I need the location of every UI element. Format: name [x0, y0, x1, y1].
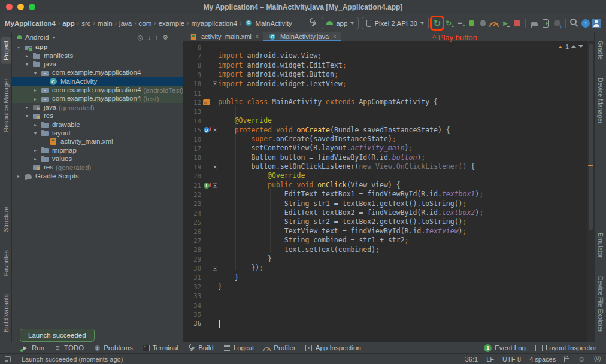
- toolwindow-build[interactable]: Build: [183, 344, 219, 351]
- tree-item-mainactivity[interactable]: MainActivity: [12, 77, 183, 86]
- tree-item-res[interactable]: ▾res: [12, 112, 183, 120]
- apply-changes-button[interactable]: [443, 17, 454, 29]
- toolwindow-switcher-icon[interactable]: [5, 356, 11, 362]
- tree-chevron-icon[interactable]: ▸: [24, 105, 30, 110]
- layout-marker-icon[interactable]: [203, 99, 210, 105]
- locate-file-button[interactable]: ◎: [138, 34, 144, 41]
- toolwindow-todo[interactable]: TODO: [49, 344, 89, 351]
- wrench-icon[interactable]: [308, 17, 319, 29]
- launch-succeeded-notification[interactable]: Launch succeeded: [20, 329, 95, 342]
- tree-item-manifests[interactable]: ▸manifests: [12, 51, 183, 60]
- tool-stripe-tab-favorites[interactable]: Favorites: [1, 247, 11, 280]
- tree-chevron-icon[interactable]: ▾: [24, 62, 30, 67]
- tool-stripe-tab-gradle[interactable]: Gradle: [596, 37, 605, 63]
- tree-item-layout[interactable]: ▾layout: [12, 129, 183, 137]
- run-config-selector[interactable]: app: [322, 17, 359, 29]
- toolwindow-run[interactable]: Run: [17, 344, 49, 351]
- tree-item-java[interactable]: ▸java (generated): [12, 103, 183, 111]
- inspection-widget[interactable]: ▲ 1: [557, 43, 583, 50]
- minimize-window-button[interactable]: [17, 4, 24, 10]
- tool-stripe-tab-project[interactable]: Project: [1, 37, 11, 64]
- breadcrumb-item[interactable]: MainActivity: [244, 19, 292, 27]
- collapse-all-button[interactable]: ↑: [155, 34, 159, 41]
- toolwindow-logcat[interactable]: Logcat: [219, 344, 259, 351]
- breadcrumb-item[interactable]: com: [139, 20, 152, 27]
- toolwindow-app-inspection[interactable]: App Inspection: [301, 344, 366, 351]
- tree-item-com-example-myapplication4[interactable]: ▸com.example.myapplication4 (test): [12, 95, 183, 103]
- tree-chevron-icon[interactable]: ▸: [32, 87, 38, 93]
- file-encoding[interactable]: UTF-8: [502, 356, 521, 363]
- gradle-sync-button[interactable]: [529, 17, 540, 29]
- breadcrumb-item[interactable]: myapplication4: [191, 20, 237, 27]
- toolwindow-layout-inspector[interactable]: Layout Inspector: [531, 344, 601, 351]
- tree-item-com-example-myapplication4[interactable]: ▸com.example.myapplication4 (androidTest…: [12, 86, 183, 95]
- feedback-happy-icon[interactable]: ☺: [578, 356, 585, 363]
- editor-scrollbar[interactable]: [587, 41, 594, 342]
- close-tab-icon[interactable]: ×: [256, 34, 259, 40]
- line-separator[interactable]: LF: [486, 356, 494, 363]
- toolwindow-problems[interactable]: Problems: [89, 344, 138, 351]
- breadcrumb-item[interactable]: src: [81, 20, 90, 27]
- debug-button[interactable]: [466, 17, 477, 29]
- profile-avatar-button[interactable]: [592, 19, 601, 28]
- fold-marker-icon[interactable]: [213, 165, 217, 169]
- expand-all-button[interactable]: ↓: [147, 34, 151, 41]
- stop-button[interactable]: [511, 17, 522, 29]
- warning-stripe-mark[interactable]: [588, 165, 593, 166]
- toolwindow-profiler[interactable]: Profiler: [259, 344, 300, 351]
- device-selector[interactable]: Pixel 2 API 30: [362, 17, 429, 29]
- tool-stripe-tab-structure[interactable]: Structure: [1, 203, 11, 236]
- attach-profiler-button[interactable]: [477, 17, 488, 29]
- tree-item-mipmap[interactable]: ▸mipmap: [12, 146, 183, 154]
- breadcrumb-item[interactable]: app: [62, 20, 74, 27]
- fold-marker-icon[interactable]: [213, 183, 217, 188]
- fold-marker-icon[interactable]: [213, 81, 217, 86]
- tool-stripe-tab-device-file-explorer[interactable]: Device File Explorer: [596, 272, 605, 336]
- fold-marker-icon[interactable]: [213, 128, 217, 132]
- tree-chevron-icon[interactable]: ▾: [24, 113, 30, 119]
- tree-chevron-icon[interactable]: ▸: [24, 53, 30, 59]
- tree-item-activity-main-xml[interactable]: activity_main.xml: [12, 138, 183, 146]
- tree-chevron-icon[interactable]: ▾: [16, 45, 22, 50]
- prev-warning-icon[interactable]: [571, 43, 576, 48]
- apply-code-changes-button[interactable]: [454, 17, 465, 29]
- settings-gear-icon[interactable]: ⚙: [162, 34, 168, 41]
- sdk-manager-button[interactable]: [552, 17, 562, 29]
- search-everywhere-button[interactable]: [569, 17, 580, 29]
- tree-item-com-example-myapplication4[interactable]: ▾com.example.myapplication4: [12, 69, 183, 77]
- tree-chevron-icon[interactable]: ▾: [32, 71, 38, 76]
- fold-marker-icon[interactable]: [213, 266, 217, 271]
- tree-item-values[interactable]: ▸values: [12, 154, 183, 163]
- caret-position[interactable]: 36:1: [465, 356, 478, 363]
- tree-chevron-icon[interactable]: ▸: [32, 96, 38, 102]
- breadcrumb-item[interactable]: java: [119, 20, 132, 27]
- tool-stripe-tab-resource-manager[interactable]: Resource Manager: [1, 75, 11, 135]
- tree-chevron-icon[interactable]: ▸: [16, 174, 22, 179]
- tree-item-gradle-scripts[interactable]: ▸Gradle Scripts: [12, 172, 183, 180]
- tool-stripe-tab-build-variants[interactable]: Build Variants: [1, 290, 11, 336]
- breadcrumb-item[interactable]: MyApplication4: [5, 20, 56, 27]
- hide-panel-button[interactable]: —: [172, 34, 179, 41]
- editor-body[interactable]: 6789101112131415O161718192021I2223242526…: [183, 41, 594, 342]
- tree-chevron-icon[interactable]: ▾: [32, 131, 38, 136]
- tree-chevron-icon[interactable]: ▸: [32, 122, 38, 128]
- toolwindow-terminal[interactable]: Terminal: [138, 344, 183, 351]
- profile-attach-button[interactable]: [500, 17, 511, 29]
- profiler-button[interactable]: [489, 17, 499, 29]
- override-marker-icon[interactable]: O: [204, 127, 210, 133]
- device-manager-button[interactable]: [540, 17, 551, 29]
- breadcrumb-item[interactable]: example: [159, 20, 184, 27]
- tree-item-app[interactable]: ▾app: [12, 43, 183, 51]
- close-tab-icon[interactable]: ×: [333, 34, 336, 40]
- code-view[interactable]: import android.view.View;import android.…: [218, 41, 594, 342]
- toolwindow-event-log[interactable]: 1Event Log: [479, 344, 531, 352]
- tree-item-java[interactable]: ▾java: [12, 60, 183, 69]
- feedback-sad-icon[interactable]: ☹: [593, 356, 601, 363]
- tool-stripe-tab-emulator[interactable]: Emulator: [596, 229, 605, 262]
- next-warning-icon[interactable]: [578, 45, 583, 50]
- indent-setting[interactable]: 4 spaces: [529, 356, 556, 363]
- lock-icon[interactable]: [564, 358, 569, 362]
- upgrade-assistant-button[interactable]: [580, 17, 591, 29]
- tree-chevron-icon[interactable]: ▸: [32, 156, 38, 162]
- tree-item-drawable[interactable]: ▸drawable: [12, 120, 183, 129]
